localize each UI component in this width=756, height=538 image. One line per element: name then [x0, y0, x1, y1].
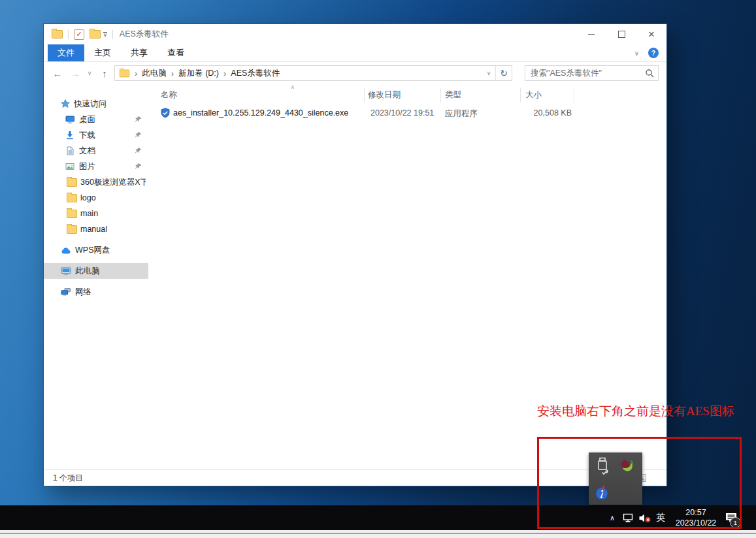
file-modified: 2023/10/22 19:51: [370, 108, 434, 118]
column-divider[interactable]: [364, 88, 365, 103]
sidebar-item-360-downloads[interactable]: 360极速浏览器X下载: [44, 174, 148, 190]
annotation-red-box: [537, 437, 742, 529]
location-folder-icon: [120, 69, 129, 77]
column-header-type[interactable]: 类型: [445, 89, 461, 103]
close-button[interactable]: ✕: [636, 24, 666, 44]
ribbon-tabs: 文件 主页 共享 查看 ∨ ?: [44, 44, 666, 62]
up-button[interactable]: ↑: [97, 62, 112, 84]
sidebar-item-label: 下载: [79, 130, 95, 141]
sidebar-item-label: 此电脑: [75, 266, 100, 277]
search-icon[interactable]: [641, 69, 658, 78]
pin-icon: [135, 163, 142, 172]
installer-shield-icon: [160, 108, 171, 120]
address-dropdown-icon[interactable]: ∨: [482, 70, 495, 76]
minimize-button[interactable]: [576, 24, 606, 44]
sidebar-item-desktop[interactable]: 桌面: [44, 112, 148, 127]
back-button[interactable]: ←: [50, 62, 65, 84]
column-header-name[interactable]: 名称: [161, 89, 177, 103]
breadcrumb: › 此电脑 › 新加卷 (D:) › AES杀毒软件: [115, 68, 482, 79]
search-input[interactable]: 搜索"AES杀毒软件": [525, 68, 641, 79]
qat-new-folder-icon[interactable]: [90, 30, 101, 39]
column-header-modified[interactable]: 修改日期: [368, 89, 401, 103]
sidebar-item-label: 网络: [75, 287, 91, 298]
window-title: AES杀毒软件: [120, 29, 169, 40]
folder-icon: [67, 193, 77, 203]
network-icon: [61, 287, 71, 297]
pin-icon: [135, 116, 142, 125]
forward-button[interactable]: →: [68, 62, 82, 84]
folder-icon: [67, 209, 77, 219]
search-box[interactable]: 搜索"AES杀毒软件": [525, 65, 659, 81]
breadcrumb-current-folder[interactable]: AES杀毒软件: [231, 68, 280, 79]
folder-icon: [67, 225, 77, 234]
tab-view[interactable]: 查看: [157, 44, 194, 61]
sidebar-item-pictures[interactable]: 图片: [44, 159, 148, 174]
sidebar-item-label: manual: [80, 225, 107, 234]
file-size: 20,508 KB: [501, 108, 572, 118]
sidebar-item-label: logo: [80, 193, 96, 202]
sidebar-item-this-pc[interactable]: 此电脑: [44, 263, 148, 279]
sidebar-item-logo[interactable]: logo: [44, 190, 148, 206]
items-count: 1 个项目: [53, 473, 83, 484]
refresh-icon[interactable]: ↻: [495, 66, 512, 80]
pin-icon: [135, 147, 142, 156]
column-header-size[interactable]: 大小: [525, 89, 542, 103]
sidebar-item-label: 360极速浏览器X下载: [80, 177, 146, 188]
recent-locations-dropdown-icon[interactable]: ∨: [84, 62, 95, 84]
sidebar-item-wps-cloud[interactable]: WPS网盘: [44, 242, 148, 258]
sort-ascending-icon: ∧: [291, 84, 295, 90]
sidebar-item-quick-access[interactable]: 快速访问: [44, 96, 148, 112]
file-type: 应用程序: [445, 108, 478, 119]
breadcrumb-separator-icon: ›: [223, 69, 226, 78]
quick-access-star-icon: [61, 99, 71, 109]
help-icon[interactable]: ?: [648, 48, 659, 58]
sidebar-item-label: main: [80, 209, 98, 218]
address-bar[interactable]: › 此电脑 › 新加卷 (D:) › AES杀毒软件 ∨ ↻: [114, 65, 512, 81]
file-row[interactable]: aes_installer_10.255.129.249_4430_silenc…: [156, 106, 653, 121]
maximize-icon: [618, 31, 625, 38]
sidebar-item-label: 快速访问: [74, 99, 107, 110]
sidebar-item-label: WPS网盘: [75, 245, 110, 256]
sidebar-item-label: 图片: [79, 161, 95, 172]
desktop-icon: [65, 115, 76, 125]
bottom-edge-strip: [0, 530, 756, 538]
navigation-bar: ← → ∨ ↑ › 此电脑 › 新加卷 (D:) › AES杀毒软件 ∨ ↻ 搜…: [44, 62, 666, 84]
pictures-icon: [65, 162, 76, 172]
divider: [0, 533, 756, 534]
column-divider[interactable]: [520, 88, 521, 103]
breadcrumb-separator-icon: ›: [171, 69, 174, 78]
sidebar-item-label: 文档: [79, 146, 95, 157]
qat-customize-dropdown-icon[interactable]: ∨: [103, 32, 107, 37]
cloud-icon: [61, 245, 71, 255]
download-icon: [65, 131, 76, 140]
breadcrumb-drive-d[interactable]: 新加卷 (D:): [178, 68, 219, 79]
minimize-icon: [588, 34, 595, 35]
divider: [112, 30, 113, 39]
navigation-pane: 快速访问 桌面 下载 文档: [44, 84, 148, 470]
pin-icon: [135, 131, 142, 140]
breadcrumb-this-pc[interactable]: 此电脑: [142, 68, 167, 79]
column-divider[interactable]: [574, 88, 574, 103]
folder-icon: [67, 178, 77, 187]
document-icon: [65, 146, 76, 156]
file-name: aes_installer_10.255.129.249_4430_silenc…: [173, 108, 348, 118]
maximize-button[interactable]: [606, 24, 636, 44]
annotation-text: 安装电脑右下角之前是没有AES图标: [537, 403, 753, 420]
sidebar-item-manual[interactable]: manual: [44, 221, 148, 237]
column-divider[interactable]: [440, 88, 441, 103]
computer-icon: [61, 266, 71, 276]
sidebar-item-label: 桌面: [79, 114, 95, 125]
sidebar-item-main[interactable]: main: [44, 206, 148, 221]
tab-home[interactable]: 主页: [84, 44, 121, 61]
sidebar-item-documents[interactable]: 文档: [44, 143, 148, 159]
tab-share[interactable]: 共享: [121, 44, 157, 61]
sidebar-item-network[interactable]: 网络: [44, 284, 148, 300]
ribbon-collapse-icon[interactable]: ∨: [634, 50, 639, 57]
sidebar-item-downloads[interactable]: 下载: [44, 127, 148, 143]
title-bar[interactable]: ✓ ∨ AES杀毒软件 ✕: [44, 24, 666, 44]
tab-file[interactable]: 文件: [48, 44, 84, 61]
breadcrumb-separator-icon: ›: [135, 69, 137, 78]
divider: [68, 30, 69, 39]
window-folder-icon: [52, 30, 63, 39]
qat-properties-icon[interactable]: ✓: [74, 29, 84, 40]
